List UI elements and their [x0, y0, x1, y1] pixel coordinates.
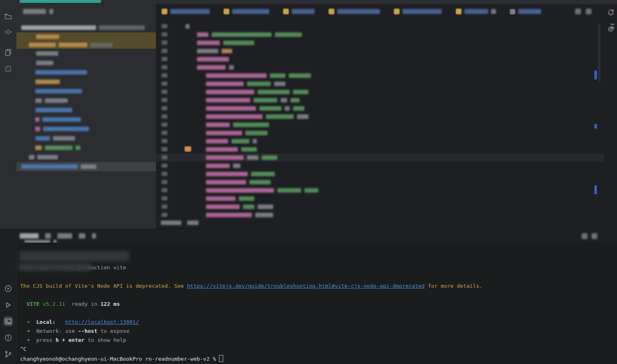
redacted-text [162, 196, 167, 200]
redacted-text [206, 180, 246, 184]
redacted-text [247, 155, 258, 160]
ai-assistant-icon[interactable]: @ [606, 24, 615, 33]
redacted-text [162, 147, 167, 151]
panel-maximize-icon[interactable] [582, 233, 587, 239]
code-line-redacted [156, 137, 604, 145]
tab-bar-more-icon[interactable] [586, 9, 592, 14]
redacted-text [293, 106, 304, 111]
editor-tab-redacted[interactable] [329, 4, 380, 19]
tree-item-redacted[interactable] [16, 134, 156, 143]
terminal-output[interactable]: > env-cmd -f .env.production vite The CJ… [16, 243, 617, 364]
redacted-text [206, 98, 250, 102]
redacted-text [35, 89, 82, 93]
code-line-redacted [156, 186, 604, 194]
code-line-redacted [156, 162, 604, 170]
code-line-redacted [156, 145, 604, 153]
redacted-text [162, 24, 167, 28]
tree-item-redacted[interactable] [16, 115, 156, 124]
code-viewport [156, 22, 604, 219]
problems-icon[interactable] [3, 333, 13, 343]
bookmarks-icon[interactable] [3, 48, 13, 57]
run-icon[interactable] [3, 300, 13, 310]
redacted-text [231, 139, 249, 143]
redacted-text [233, 123, 269, 127]
version-control-icon[interactable] [3, 349, 13, 359]
redacted-text [162, 188, 167, 192]
vite-deprecation-link[interactable]: https://vitejs.dev/guide/troubleshooting… [187, 283, 425, 289]
code-line-redacted [156, 63, 604, 71]
tree-item-redacted[interactable] [16, 162, 156, 171]
tree-item-redacted[interactable] [16, 58, 156, 68]
js-file-icon [394, 9, 400, 14]
redacted-text [262, 155, 277, 160]
redacted-text [206, 123, 230, 127]
redacted-text [21, 164, 78, 169]
project-panel-header-redacted[interactable] [23, 9, 53, 14]
tree-item-redacted[interactable] [16, 86, 156, 96]
redacted-text [206, 164, 230, 168]
plugins-icon[interactable] [3, 64, 13, 74]
redacted-text [239, 196, 254, 201]
code-line-redacted [156, 178, 604, 186]
redacted-text [49, 9, 53, 14]
redacted-text [197, 49, 218, 53]
notifications-bell-icon[interactable] [606, 8, 615, 17]
redacted-text [99, 25, 145, 30]
tab-bar-options-icon[interactable] [575, 9, 581, 14]
tree-item-redacted[interactable] [16, 124, 156, 134]
editor-tab-redacted[interactable] [456, 4, 496, 19]
editor-scrollbar-thumb[interactable] [598, 24, 601, 81]
redacted-text [162, 123, 167, 127]
terminal-panel-header-redacted[interactable] [20, 233, 96, 239]
tree-item-redacted[interactable] [16, 96, 156, 105]
redacted-text [29, 155, 34, 159]
terminal-local-line: ➜ Local: http://localhost:13001/ [27, 319, 139, 325]
redacted-text [35, 80, 60, 84]
editor-area [156, 4, 604, 229]
panel-hide-icon[interactable] [592, 233, 597, 239]
terminal-icon[interactable] [3, 316, 13, 326]
tree-item-redacted[interactable] [16, 41, 156, 49]
redacted-text [92, 233, 96, 239]
editor-tab-redacted[interactable] [394, 4, 442, 19]
window-titlebar [0, 0, 617, 4]
scroll-change-mark[interactable] [594, 185, 597, 194]
redacted-text [197, 57, 229, 61]
editor-tab-redacted[interactable] [510, 4, 541, 19]
redacted-text [281, 98, 287, 102]
redacted-terminal-overlay [18, 264, 91, 271]
tree-item-redacted[interactable] [16, 143, 156, 152]
terminal-network-line: ➜ Network: use --host to expose [27, 328, 130, 334]
redacted-text [37, 155, 58, 159]
editor-tab-redacted[interactable] [224, 4, 269, 19]
redacted-terminal-line [19, 251, 129, 262]
js-file-icon [162, 9, 167, 14]
localhost-link[interactable]: http://localhost:13001/ [65, 319, 139, 325]
tree-item-redacted[interactable] [16, 68, 156, 77]
redacted-text [57, 233, 72, 239]
commit-icon[interactable] [3, 27, 13, 37]
tree-item-redacted[interactable] [16, 105, 156, 115]
profiler-icon[interactable] [3, 284, 13, 293]
redacted-text [206, 73, 267, 78]
terminal-cursor [219, 355, 223, 362]
editor-tab-redacted[interactable] [162, 4, 210, 19]
redacted-text [229, 65, 234, 70]
scroll-change-mark[interactable] [594, 124, 597, 129]
redacted-text [161, 221, 181, 225]
project-icon[interactable] [3, 11, 13, 21]
editor-tab-redacted[interactable] [283, 4, 315, 19]
redacted-text [277, 188, 301, 193]
tree-item-redacted[interactable] [16, 23, 156, 32]
tree-item-redacted[interactable] [16, 77, 156, 86]
breadcrumb-redacted[interactable] [161, 221, 199, 225]
redacted-text [297, 114, 308, 119]
redacted-text [222, 49, 232, 53]
redacted-text [255, 213, 273, 217]
tree-item-redacted[interactable] [16, 32, 156, 41]
tree-item-redacted[interactable] [16, 152, 156, 162]
bookmark-icon[interactable] [185, 146, 191, 152]
scroll-change-mark[interactable] [594, 71, 597, 80]
tree-item-redacted[interactable] [16, 49, 156, 58]
redacted-text [232, 9, 269, 14]
